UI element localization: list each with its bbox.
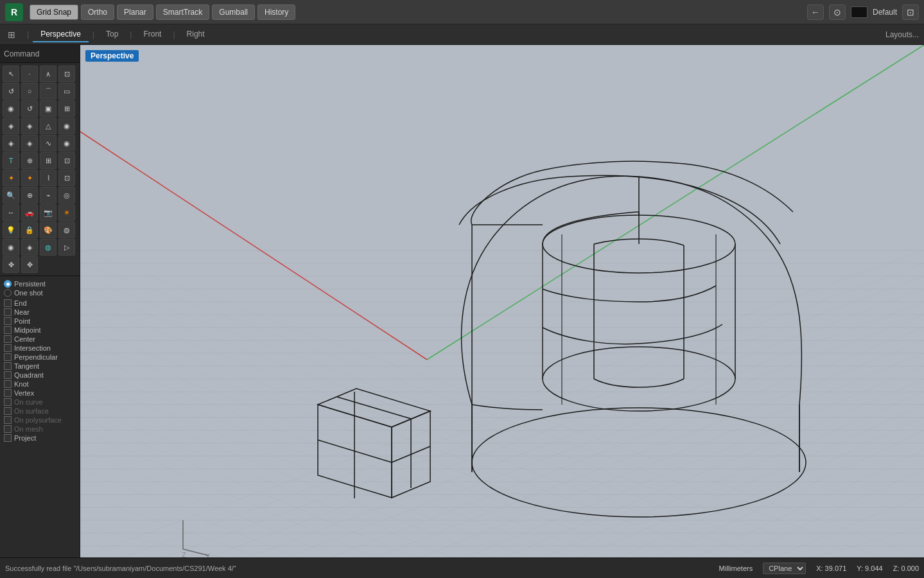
midpoint-label[interactable]: Midpoint	[14, 326, 41, 334]
color-swatch[interactable]	[851, 6, 867, 18]
back-icon[interactable]: ←	[807, 4, 824, 20]
midpoint-checkbox[interactable]	[4, 326, 12, 334]
project-checkbox[interactable]	[4, 434, 12, 442]
edge-tool[interactable]: ⌇	[40, 170, 57, 186]
sphere2-tool[interactable]: ◈	[21, 239, 38, 256]
trim-tool[interactable]: ⊡	[58, 170, 75, 186]
sun-tool[interactable]: ☀	[58, 204, 75, 221]
command-bar[interactable]: Command	[0, 45, 80, 63]
worksession-tool[interactable]: ⊡	[58, 152, 75, 169]
vertex-label[interactable]: Vertex	[14, 389, 34, 397]
smarttrack-button[interactable]: SmartTrack	[156, 4, 210, 20]
box-tool[interactable]: ⊞	[58, 100, 75, 117]
arrow-tool[interactable]: ▷	[58, 239, 75, 256]
one-shot-radio[interactable]	[4, 289, 12, 297]
tab-right[interactable]: Right	[179, 27, 213, 42]
snap-tool[interactable]: △	[40, 118, 57, 134]
point-tool[interactable]: ·	[21, 66, 38, 82]
arc-tool[interactable]: ⌒	[40, 83, 57, 100]
onmesh-label[interactable]: On mesh	[14, 425, 43, 433]
gumball-button[interactable]: Gumball	[212, 4, 255, 20]
array-tool[interactable]: ⊕	[21, 187, 38, 204]
surface-tool[interactable]: ◈	[3, 135, 19, 152]
move-tool[interactable]: ✥	[3, 256, 19, 273]
quadrant-checkbox[interactable]	[4, 371, 12, 379]
select-tool[interactable]: ↖	[3, 66, 19, 82]
globe-tool[interactable]: ◍	[40, 239, 57, 256]
fillet-tool[interactable]: ∿	[40, 135, 57, 152]
onmesh-checkbox[interactable]	[4, 425, 12, 433]
near-checkbox[interactable]	[4, 308, 12, 316]
intersection-checkbox[interactable]	[4, 344, 12, 352]
star-tool[interactable]: ✦	[21, 170, 38, 186]
tangent-label[interactable]: Tangent	[14, 362, 39, 370]
cplane-select[interactable]: CPlane World	[763, 563, 806, 574]
hatch-tool[interactable]: ⊕	[21, 152, 38, 169]
curve2-tool[interactable]: ↺	[21, 100, 38, 117]
tab-front[interactable]: Front	[135, 27, 169, 42]
solid-tool[interactable]: ◈	[21, 135, 38, 152]
block-tool[interactable]: ⊞	[40, 152, 57, 169]
pan-tool[interactable]: ↔	[3, 204, 19, 221]
color-tool[interactable]: 🎨	[40, 222, 57, 238]
place-tool[interactable]: ✥	[21, 256, 38, 273]
mesh-tool[interactable]: ▣	[40, 100, 57, 117]
tab-perspective[interactable]: Perspective	[33, 27, 89, 42]
circle-tool[interactable]: ○	[21, 83, 38, 100]
point-label[interactable]: Point	[14, 317, 30, 325]
quadrant-label[interactable]: Quadrant	[14, 371, 44, 379]
zoom-tool[interactable]: 🔍	[3, 187, 19, 204]
perpendicular-label[interactable]: Perpendicular	[14, 353, 58, 361]
knot-label[interactable]: Knot	[14, 380, 29, 388]
grid-snap-button[interactable]: Grid Snap	[30, 4, 78, 20]
lock-tool[interactable]: 🔒	[21, 222, 38, 238]
knot-checkbox[interactable]	[4, 380, 12, 388]
sphere-tool[interactable]: ◉	[3, 100, 19, 117]
near-label[interactable]: Near	[14, 308, 30, 316]
view-tool[interactable]: ◉	[58, 118, 75, 134]
car-tool[interactable]: 🚗	[21, 204, 38, 221]
onpolysurface-label[interactable]: On polysurface	[14, 416, 62, 424]
dim-tool[interactable]: ◈	[21, 118, 38, 134]
viewport-area[interactable]: Perspective .grid-line { stroke: #a0a8b0…	[80, 45, 924, 557]
persistent-label[interactable]: Persistent	[14, 280, 46, 288]
end-label[interactable]: End	[14, 299, 27, 307]
tab-top[interactable]: Top	[98, 27, 126, 42]
point-checkbox[interactable]	[4, 317, 12, 325]
onsurface-label[interactable]: On surface	[14, 407, 49, 415]
persistent-radio[interactable]	[4, 280, 12, 288]
tangent-checkbox[interactable]	[4, 362, 12, 370]
one-shot-label[interactable]: One shot	[14, 289, 43, 297]
mirror-tool[interactable]: ⌁	[40, 187, 57, 204]
curve-tool[interactable]: ∧	[40, 66, 57, 82]
planar-button[interactable]: Planar	[117, 4, 153, 20]
lamp-tool[interactable]: 💡	[3, 222, 19, 238]
end-checkbox[interactable]	[4, 299, 12, 307]
intersection-label[interactable]: Intersection	[14, 344, 51, 352]
polyline-tool[interactable]: ⊡	[58, 66, 75, 82]
text-tool[interactable]: T	[3, 152, 19, 169]
offset-tool[interactable]: ◉	[58, 135, 75, 152]
rect-tool[interactable]: ▭	[58, 83, 75, 100]
maximize-icon[interactable]: ⊡	[902, 4, 919, 20]
ortho-button[interactable]: Ortho	[81, 4, 114, 20]
oncurve-checkbox[interactable]	[4, 398, 12, 406]
render-tool[interactable]: ◉	[3, 239, 19, 256]
circle-icon[interactable]: ⊙	[829, 4, 846, 20]
layouts-button[interactable]: Layouts...	[885, 30, 919, 39]
oncurve-label[interactable]: On curve	[14, 398, 43, 406]
flame-tool[interactable]: ✦	[3, 170, 19, 186]
onpolysurface-checkbox[interactable]	[4, 416, 12, 424]
rotate-tool[interactable]: ↺	[3, 83, 19, 100]
center-checkbox[interactable]	[4, 335, 12, 343]
cam-tool[interactable]: 📷	[40, 204, 57, 221]
material-tool[interactable]: ◍	[58, 222, 75, 238]
history-button[interactable]: History	[257, 4, 295, 20]
project-label[interactable]: Project	[14, 434, 36, 442]
scale-tool[interactable]: ◎	[58, 187, 75, 204]
perpendicular-checkbox[interactable]	[4, 353, 12, 361]
light-tool[interactable]: ◈	[3, 118, 19, 134]
center-label[interactable]: Center	[14, 335, 35, 343]
vertex-checkbox[interactable]	[4, 389, 12, 397]
onsurface-checkbox[interactable]	[4, 407, 12, 415]
